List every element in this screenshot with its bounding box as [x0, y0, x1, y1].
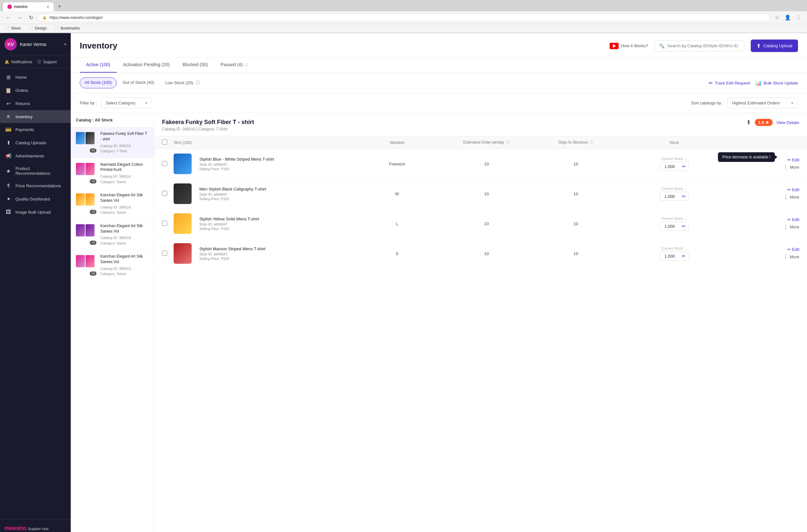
select-all-checkbox[interactable] — [162, 139, 167, 145]
catalog-item-5[interactable]: +5 Kanchan Elegant Art Silk Sarees Vol C… — [71, 250, 154, 281]
catalog-name-4: Kanchan Elegant Art Silk Sarees Vol — [100, 223, 149, 234]
sku-4-stock-edit-icon[interactable]: ✏ — [679, 252, 689, 260]
sku-2-checkbox[interactable] — [162, 191, 167, 196]
sort-dropdown[interactable]: Highest Estimated Orders ▾ — [727, 98, 798, 108]
sku-2-edit-button[interactable]: ✏ Edit — [787, 187, 799, 192]
address-bar[interactable]: 🔒 https://www.meesho.com/login/ — [38, 14, 770, 22]
sidebar-item-price-recommendations[interactable]: ₹ Price Recommendations — [0, 179, 71, 192]
sidebar-footer: meesho Supplier Hub — [0, 519, 71, 532]
sku-table: SKU (100) Variation Estimated Order perd… — [154, 136, 807, 269]
more-icon-3: ⋮ — [783, 224, 788, 230]
sku-row-3-checkbox-col — [162, 221, 173, 227]
catalog-img-secondary-1 — [86, 132, 94, 144]
refresh-button[interactable]: ↻ — [27, 13, 35, 22]
sku-1-name: Stylish Blue - White Striped Mens T-shir… — [199, 157, 352, 162]
sku-2-actions: ✏ Edit ⋮ More — [728, 187, 799, 200]
catalog-dual-img — [76, 132, 96, 144]
sku-3-checkbox[interactable] — [162, 221, 167, 226]
new-tab-button[interactable]: + — [55, 2, 64, 11]
catalog-name-5: Kanchan Elegant Art Silk Sarees Vol — [100, 254, 149, 265]
profile-button[interactable]: 👤 — [783, 13, 793, 22]
sku-3-variation: L — [352, 221, 442, 226]
track-edit-request-button[interactable]: ✏ Track Edit Request — [709, 80, 750, 86]
sku-4-stock-label: Current Stock ... — [661, 246, 687, 250]
more-icon-2: ⋮ — [783, 194, 788, 200]
tab-blocked[interactable]: Blocked (30) — [176, 57, 214, 73]
meesho-logo: meesho Supplier Hub — [4, 525, 49, 531]
catalog-item-2[interactable]: +5 Narmada Elegant Cotton Printed Kurti … — [71, 158, 154, 189]
bulk-stock-update-button[interactable]: 📊 Bulk Stock Update — [755, 80, 798, 86]
tab-paused[interactable]: Paused (4) ⓘ — [214, 57, 255, 73]
support-button[interactable]: ⓘ Support — [37, 59, 57, 64]
sku-3-stock-edit-icon[interactable]: ✏ — [679, 222, 689, 230]
sku-4-more-button[interactable]: ⋮ More — [783, 254, 799, 260]
sidebar-item-returns[interactable]: ↩ Returns — [0, 97, 71, 110]
bookmark-design[interactable]: 📄 Design — [27, 25, 48, 31]
view-details-button[interactable]: View Details — [776, 120, 799, 125]
catalog-item-1[interactable]: +5 Fakeera Funky Soft Fiber T - shirt Ca… — [71, 127, 154, 158]
catalog-plus-badge-4: +5 — [90, 241, 96, 245]
sku-1-more-button[interactable]: ⋮ More — [783, 164, 799, 170]
sku-3-more-button[interactable]: ⋮ More — [783, 224, 799, 230]
catalog-meta-1: Catalog ID: 388516Category: T-Shirt — [100, 143, 149, 154]
catalog-thumbnail-4: +5 — [76, 224, 96, 245]
sort-by-label: Sort catalogs by : — [691, 100, 723, 106]
bookmark-bookmarks[interactable]: 📄 Bookmarks — [53, 25, 81, 31]
tab-close-btn[interactable]: × — [47, 4, 49, 9]
browser-tab-active[interactable]: meesho × — [3, 2, 54, 11]
search-bar[interactable]: 🔍 — [654, 40, 744, 51]
sku-1-checkbox[interactable] — [162, 161, 167, 166]
sidebar-item-home[interactable]: ⊞ Home — [0, 71, 71, 84]
sidebar-item-inventory[interactable]: ≡ Inventory — [0, 110, 71, 123]
sku-2-stock-label: Current Stock ... — [661, 187, 687, 190]
category-dropdown[interactable]: Select Category ▾ — [100, 98, 152, 108]
sku-2-stock-edit-icon[interactable]: ✏ — [679, 192, 689, 201]
menu-button[interactable]: ⋮ — [794, 13, 803, 22]
sku-1-style-id: Style ID: a846847 — [199, 163, 352, 166]
tab-activation-pending[interactable]: Activation Pending (20) — [117, 57, 176, 73]
stock-tab-out[interactable]: Out of Stock (40) — [118, 77, 159, 88]
variation-header-col: Variation — [352, 140, 442, 145]
sku-4-edit-button[interactable]: ✏ Edit — [787, 247, 799, 252]
sidebar-actions: 🔔 Notifications ⓘ Support — [0, 56, 71, 68]
bookmark-news[interactable]: 📄 News — [4, 25, 22, 31]
sku-4-checkbox[interactable] — [162, 251, 167, 256]
sidebar-user[interactable]: KV Karan Verma ▾ — [0, 33, 71, 56]
catalog-upload-button[interactable]: ⬆ Catalog Upload — [751, 39, 798, 52]
how-it-works-button[interactable]: How it Works? — [610, 43, 648, 49]
sku-1-edit-button[interactable]: ✏ Edit — [787, 157, 799, 162]
main-tabs: Active (100) Activation Pending (20) Blo… — [71, 57, 807, 73]
search-input[interactable] — [667, 43, 739, 48]
sidebar-item-catalog-uploads[interactable]: ⬆ Catalog Uploads — [0, 136, 71, 149]
bookmarks-bar: 📄 News 📄 Design 📄 Bookmarks — [0, 24, 807, 33]
sku-2-more-button[interactable]: ⋮ More — [783, 194, 799, 200]
stock-tab-all[interactable]: All Stock (100) — [80, 77, 117, 88]
estimated-info-icon[interactable]: ⓘ — [506, 140, 510, 144]
edit-icon-1: ✏ — [787, 157, 791, 162]
tab-active[interactable]: Active (100) — [80, 57, 117, 73]
sidebar-item-quality-dashboard[interactable]: ✦ Quality Dashboard — [0, 192, 71, 206]
sidebar-item-advertisements[interactable]: 📢 Advertisements — [0, 149, 71, 163]
sidebar-item-product-recommendations[interactable]: ★ Product Recommendations — [0, 163, 71, 179]
catalog-item-3[interactable]: +5 Kanchan Elegant Art Silk Sarees Vol C… — [71, 189, 154, 220]
share-icon[interactable]: ⬆ — [746, 119, 751, 126]
low-stock-info-icon[interactable]: ⓘ — [196, 80, 200, 85]
paused-info-icon[interactable]: ⓘ — [245, 63, 248, 67]
catalog-plus-badge-3: +5 — [90, 210, 96, 214]
sort-chevron-icon: ▾ — [791, 101, 793, 106]
back-button[interactable]: ← — [4, 14, 13, 22]
sidebar-item-orders[interactable]: 📋 Orders — [0, 84, 71, 97]
sku-2-stock-value: 1,000 — [660, 192, 679, 201]
forward-button[interactable]: → — [15, 14, 24, 22]
stock-tab-low[interactable]: Low Stock (20) ⓘ — [161, 77, 205, 88]
sku-3-edit-button[interactable]: ✏ Edit — [787, 217, 799, 222]
sku-1-stock-edit-icon[interactable]: ✏ — [679, 162, 689, 171]
bookmarks-star-button[interactable]: ☆ — [773, 13, 781, 22]
catalog-item-4[interactable]: +5 Kanchan Elegant Art Silk Sarees Vol C… — [71, 220, 154, 250]
notifications-button[interactable]: 🔔 Notifications — [4, 60, 32, 64]
sidebar-item-payments[interactable]: 💳 Payments — [0, 123, 71, 136]
sidebar-item-image-bulk-upload[interactable]: 🖼 Image Bulk Upload — [0, 206, 71, 218]
days-info-icon[interactable]: ⓘ — [590, 140, 593, 144]
chevron-down-icon: ▾ — [64, 42, 66, 46]
catalog-dual-img-3 — [76, 193, 96, 206]
